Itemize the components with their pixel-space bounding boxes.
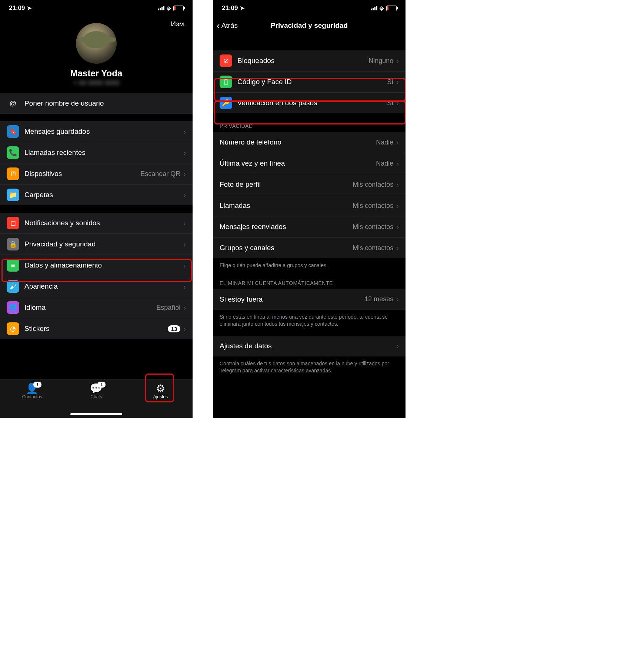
list-row[interactable]: 🖥DispositivosEscanear QR› [0, 163, 193, 184]
chevron-right-icon: › [183, 149, 186, 157]
chevron-right-icon: › [183, 240, 186, 249]
set-username-row[interactable]: @ Poner nombre de usuario [0, 93, 193, 114]
battery-icon [386, 6, 397, 11]
list-row[interactable]: ⊘BloqueadosNinguno› [213, 50, 406, 71]
row-icon: 🔖 [7, 125, 19, 138]
row-icon: 🖌 [7, 280, 19, 293]
list-row[interactable]: 📁Carpetas› [0, 184, 193, 205]
row-value: Español [156, 304, 180, 312]
row-value: Sí [387, 99, 393, 107]
row-label: Número de teléfono [220, 138, 376, 146]
row-icon: 🌐 [7, 301, 19, 314]
row-label: Datos y almacenamiento [24, 261, 183, 269]
chevron-right-icon: › [396, 99, 399, 107]
row-value: Nadie [376, 160, 393, 167]
list-row[interactable]: 🔒Privacidad y seguridad› [0, 233, 193, 255]
delete-if-away-row[interactable]: Si estoy fuera 12 meses › [213, 289, 406, 310]
chevron-right-icon: › [183, 303, 186, 312]
status-time: 21:09 [222, 4, 238, 12]
list-row[interactable]: Número de teléfonoNadie› [213, 132, 406, 153]
row-label: Llamadas [220, 202, 353, 210]
back-label: Atrás [221, 21, 238, 30]
avatar[interactable] [76, 23, 117, 64]
chevron-right-icon: › [396, 244, 399, 252]
section-footer: Si no estás en línea al menos una vez du… [213, 310, 406, 329]
badge: 1 [97, 382, 106, 388]
row-label: Dispositivos [24, 170, 140, 178]
settings-screen: 21:09 ➤ ⬙ Изм. Master Yoda + 00 0000 000… [0, 0, 193, 418]
row-label: Carpetas [24, 191, 183, 199]
row-label: Stickers [24, 325, 168, 333]
list-row[interactable]: ≡Datos y almacenamiento› [0, 255, 193, 276]
row-icon: 🖥 [7, 167, 19, 180]
badge: ! [33, 382, 41, 388]
status-bar: 21:09 ➤ ⬙ [213, 0, 406, 16]
chevron-right-icon: › [396, 223, 399, 231]
tab-chats[interactable]: 💬1 Chats [78, 382, 115, 399]
status-time: 21:09 [9, 4, 25, 12]
gear-icon: ⚙ [156, 382, 165, 394]
row-label: Bloqueados [237, 57, 368, 65]
person-icon: 👤! [26, 382, 39, 394]
row-value: Mis contactos [353, 181, 393, 189]
chevron-right-icon: › [183, 127, 186, 136]
chevron-right-icon: › [396, 78, 399, 86]
list-row[interactable]: 🔑Verificación en dos pasosSí› [213, 92, 406, 113]
chevron-right-icon: › [396, 180, 399, 189]
list-row[interactable]: 🌐IdiomaEspañol› [0, 297, 193, 318]
chevron-left-icon: ‹ [217, 21, 220, 30]
row-icon: ≡ [7, 259, 19, 272]
back-button[interactable]: ‹ Atrás [217, 21, 238, 30]
tab-label: Ajustes [153, 394, 168, 399]
list-row[interactable]: Grupos y canalesMis contactos› [213, 237, 406, 258]
section-header-delete: ELIMINAR MI CUENTA AUTOMÁTICAMENTE [213, 270, 406, 289]
list-row[interactable]: Mensajes reenviadosMis contactos› [213, 216, 406, 237]
row-label: Grupos y canales [220, 244, 353, 252]
row-icon: 🔒 [7, 238, 19, 250]
row-label: Verificación en dos pasos [237, 99, 387, 107]
signal-icon [158, 6, 164, 10]
count-badge: 13 [168, 325, 181, 332]
row-icon: 🔑 [220, 97, 232, 109]
list-row[interactable]: ◻Notificaciones y sonidos› [0, 213, 193, 233]
section-header-privacy: PRIVACIDAD [213, 113, 406, 132]
row-value: Mis contactos [353, 223, 393, 231]
row-icon: ◻ [7, 217, 19, 229]
location-icon: ➤ [27, 5, 32, 11]
list-row[interactable]: ⌷Código y Face IDSí› [213, 71, 406, 92]
row-label: Última vez y en línea [220, 159, 376, 167]
row-label: Privacidad y seguridad [24, 240, 183, 248]
chevron-right-icon: › [396, 202, 399, 210]
list-row[interactable]: ◔Stickers13› [0, 318, 193, 339]
row-label: Si estoy fuera [220, 295, 364, 303]
edit-button[interactable]: Изм. [171, 20, 186, 28]
at-icon: @ [7, 97, 19, 110]
row-value: Nadie [376, 139, 393, 146]
tab-label: Contactos [22, 394, 42, 399]
tab-contacts[interactable]: 👤! Contactos [14, 382, 51, 399]
row-icon: ⌷ [220, 76, 232, 88]
list-row[interactable]: 📞Llamadas recientes› [0, 142, 193, 163]
home-indicator [70, 413, 122, 415]
list-row[interactable]: Foto de perfilMis contactos› [213, 174, 406, 195]
row-label: Idioma [24, 303, 156, 312]
list-row[interactable]: Última vez y en líneaNadie› [213, 153, 406, 174]
row-label: Notificaciones y sonidos [24, 219, 183, 227]
row-label: Poner nombre de usuario [24, 99, 186, 107]
tab-settings[interactable]: ⚙ Ajustes [142, 382, 179, 399]
chevron-right-icon: › [183, 325, 186, 333]
chevron-right-icon: › [183, 261, 186, 270]
row-value: Ninguno [368, 57, 393, 65]
page-title: Privacidad y seguridad [213, 21, 406, 30]
list-row[interactable]: 🖌Apariencia› [0, 276, 193, 297]
chevron-right-icon: › [396, 159, 399, 168]
data-settings-row[interactable]: Ajustes de datos › [213, 336, 406, 356]
list-row[interactable]: 🔖Mensajes guardados› [0, 121, 193, 142]
signal-icon [371, 6, 377, 10]
row-icon: ⊘ [220, 54, 232, 67]
profile-phone: + 00 0000 0000 [73, 79, 120, 87]
row-value: Mis contactos [353, 202, 393, 210]
list-row[interactable]: LlamadasMis contactos› [213, 195, 406, 216]
chevron-right-icon: › [183, 219, 186, 228]
status-bar: 21:09 ➤ ⬙ [0, 0, 193, 16]
